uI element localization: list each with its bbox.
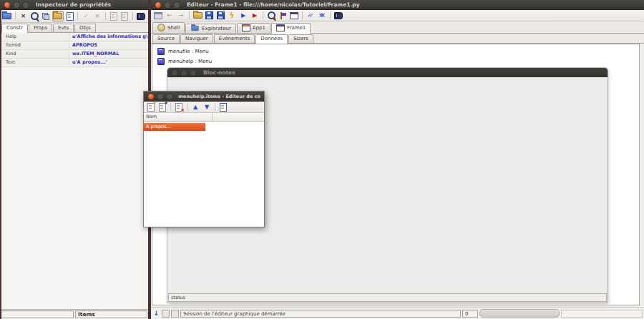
menu-icon [157,48,165,55]
new-window-icon[interactable] [153,11,163,20]
add-item-icon[interactable]: ★ [146,102,156,112]
help-icon[interactable] [333,11,343,20]
separator [105,12,106,20]
tab-source[interactable]: Source [152,34,180,43]
separator [170,103,171,111]
separator [189,11,190,19]
separator [330,11,331,19]
collection-list: A propos... [144,122,264,227]
forward-icon[interactable]: → [176,11,186,20]
property-value[interactable]: u'A propos...' [69,59,148,67]
statusbar-mini-button[interactable] [171,310,179,318]
status-counter: 0 [462,310,478,318]
maximize-button[interactable] [22,1,29,9]
apply-item-icon[interactable] [218,102,228,112]
inspector-tabs: Constr Props Evts Objs [0,23,148,33]
cancel-icon[interactable]: × [92,11,102,21]
tab-explorateur[interactable]: Explorateur [185,24,236,33]
property-row-text[interactable]: Text u'A propos...' [0,59,148,67]
statusbar-mini-button[interactable] [162,310,170,318]
source-page-icon[interactable] [65,11,75,21]
property-value[interactable]: APROPOS [69,41,148,49]
run-module-icon[interactable]: ▶ [238,11,248,20]
close-button[interactable] [147,93,155,100]
tree-item-menufile[interactable]: menufile : Menu [152,46,639,57]
discard-changes-icon[interactable]: ×× [317,11,327,20]
minimize-button[interactable] [164,1,171,9]
apply-icon[interactable]: ✓ [81,11,91,21]
inspector-window: Inspecteur de propriétés × ✓ × Constr Pr… [0,0,148,319]
window-title: Editeur - Frame1 - file:///home/nicolas/… [187,1,360,8]
property-value[interactable]: wx.ITEM_NORMAL [69,50,148,58]
status-cell-left [1,310,74,318]
tab-frame1[interactable]: Frame1 [271,23,311,34]
status-cell-right [561,310,643,318]
debug-icon[interactable]: ϟ [227,11,237,20]
tree-item-menuhelp[interactable]: menuhelp : Menu [152,57,639,67]
explorer-icon [191,26,198,31]
minimize-button[interactable] [13,1,20,9]
shell-icon [157,24,165,31]
designer-title: Bloc-notes [203,69,235,76]
tab-objs[interactable]: Objs [74,24,96,32]
dialog-toolbar: ★ ★ × ▲ ▼ [144,102,264,113]
tab-evenements[interactable]: Evénements [214,34,255,43]
close-button[interactable] [155,1,162,9]
namespace-folder-icon[interactable] [2,11,12,21]
minimize-button [180,69,187,77]
window-title: Inspecteur de propriétés [36,1,111,8]
minimize-button[interactable] [157,93,164,100]
help-icon[interactable] [136,11,146,21]
find-icon[interactable] [29,11,39,21]
add-child-item-icon[interactable]: ★ [157,102,167,112]
tab-app1[interactable]: App1 [237,23,270,33]
save-icon[interactable] [204,11,214,20]
flag-icon[interactable] [278,11,288,20]
inspect-icon[interactable] [266,11,276,20]
status-message: Session de l'éditeur graphique démarrée [180,310,461,318]
frame-designer-icon[interactable] [289,11,299,20]
property-name: Help [0,33,69,41]
delete-item-icon[interactable]: × [174,102,184,112]
copy-icon[interactable] [41,11,51,21]
property-row-kind[interactable]: Kind wx.ITEM_NORMAL [0,50,148,59]
separator [15,12,16,20]
list-header: Nom [144,113,264,122]
tab-shell[interactable]: Shell [152,22,185,33]
maximize-button[interactable] [166,93,173,100]
tab-constr[interactable]: Constr [1,24,28,33]
open-folder-icon[interactable] [52,11,64,21]
tab-evts[interactable]: Evts [53,24,74,32]
tab-props[interactable]: Props [29,24,52,32]
separator [263,11,263,19]
menu-icon [157,58,165,65]
inspector-toolbar: × ✓ × [0,10,148,23]
property-row-itemid[interactable]: ItemId APROPOS [0,41,148,50]
column-header-nom[interactable]: Nom [144,113,213,121]
save-as-icon[interactable]: ★ [215,11,225,20]
maximize-button[interactable] [173,1,180,9]
list-item-selected[interactable]: A propos... [144,123,205,131]
dialog-titlebar[interactable]: menuhelp.items - Editeur de collection [144,92,264,102]
tab-naviguer[interactable]: Naviguer [180,34,213,43]
move-down-icon[interactable]: ▼ [202,102,212,112]
designer-titlebar: Bloc-notes [167,68,608,77]
run-app-icon[interactable]: ▶ [250,11,260,20]
dialog-title: menuhelp.items - Editeur de collection [178,94,260,99]
post-page-icon[interactable] [109,11,119,21]
revert-page-icon[interactable] [120,11,130,21]
back-icon[interactable]: ← [165,11,175,20]
tab-sizers[interactable]: Sizers [288,34,313,43]
inspector-statusbar: Items [0,310,148,319]
output-arrow-icon[interactable]: ↓ [152,309,160,318]
property-row-help[interactable]: Help u'Affiche des informations g\xe9n\x… [0,33,148,41]
tab-donnees[interactable]: Données [255,34,288,44]
inspector-titlebar[interactable]: Inspecteur de propriétés [0,0,148,10]
move-up-icon[interactable]: ▲ [190,102,200,112]
confirm-changes-icon[interactable]: ✓✓ [306,11,316,20]
delete-icon[interactable]: × [19,11,29,21]
close-button[interactable] [4,1,11,9]
open-folder-icon[interactable] [192,11,203,20]
property-value[interactable]: u'Affiche des informations g\xe9n\xe9r [69,33,148,41]
editor-toolbar: ← → ★ ϟ ▶ ▶ ✓✓ ×× [151,10,644,21]
